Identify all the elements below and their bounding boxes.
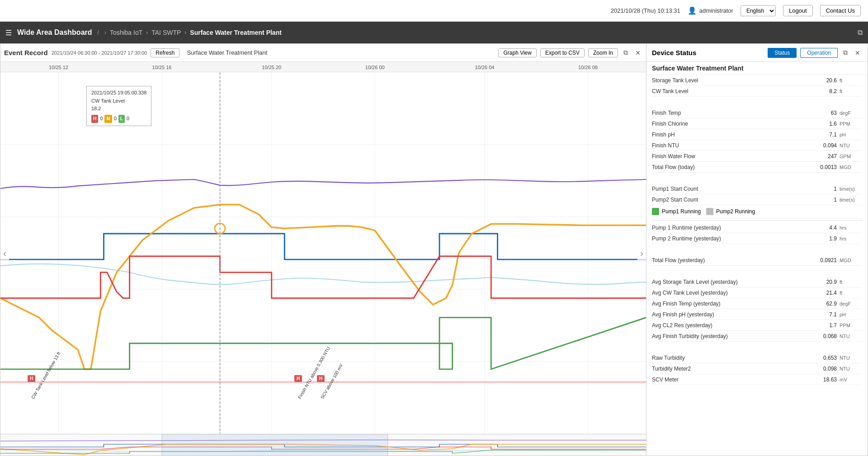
unit-finish-water-flow: GPM (840, 154, 862, 159)
main-layout: Event Record 2021/10/24 06:30:00 - 2021/… (0, 43, 868, 456)
value-pump1-runtime: 4.4 (808, 225, 840, 231)
label-finish-temp: Finish Temp (652, 110, 808, 116)
value-avg-finish-temp: 62.9 (808, 301, 840, 307)
chart-svg (0, 72, 646, 434)
chart-title: Surface Water Treatment Plant (187, 49, 267, 56)
status-table: Storage Tank Level 20.6 ft CW Tank Level… (646, 75, 868, 456)
unit-pump2-start: time(s) (840, 197, 862, 202)
label-avg-finish-turbidity: Avg Finish Turbidity (yesterday) (652, 333, 808, 339)
breadcrumb-swtp[interactable]: Surface Water Treatment Plant (190, 29, 282, 36)
device-maximize-icon[interactable]: ⧉ (841, 48, 849, 57)
pump1-indicator: Pump1 Running (652, 208, 701, 215)
value-scv-meter: 18.63 (808, 376, 840, 383)
contact-button[interactable]: Contact Us (820, 5, 861, 16)
status-tab-button[interactable]: Status (768, 48, 797, 58)
row-pump2-start: Pump2 Start Count 1 time(s) (652, 194, 862, 205)
tick-6: 10/26 08 (578, 65, 598, 70)
label-storage-tank-level: Storage Tank Level (652, 77, 808, 84)
row-finish-temp: Finish Temp 63 degF (652, 108, 862, 118)
label-avg-finish-ph: Avg Finish pH (yesterday) (652, 311, 808, 318)
row-raw-turbidity: Raw Turbidity 0.653 NTU (652, 353, 862, 363)
event-record-date-range: 2021/10/24 06:30:00 - 2021/10/27 17:30:0… (52, 50, 147, 56)
refresh-button[interactable]: Refresh (151, 48, 179, 57)
nav-arrow-3: › (184, 29, 186, 36)
value-storage-tank-level: 20.6 (808, 77, 840, 84)
navbar: ☰ Wide Area Dashboard / › Toshiba IoT › … (0, 22, 868, 43)
user-icon: 👤 (688, 6, 697, 15)
graph-view-button[interactable]: Graph View (498, 48, 536, 57)
maximize-icon[interactable]: ⧉ (622, 48, 630, 57)
device-subtitle: Surface Water Treatment Plant (646, 62, 868, 75)
language-select[interactable]: English (741, 5, 776, 16)
value-avg-finish-ph: 7.1 (808, 311, 840, 318)
device-status-header: Device Status Status Operation ⧉ ✕ (646, 44, 868, 62)
chart-area: 10/25 12 10/25 16 10/25 20 10/26 00 10/2… (0, 62, 646, 456)
tick-1: 10/25 12 (49, 65, 68, 70)
value-finish-chlorine: 1.6 (808, 121, 840, 127)
label-pump1-start: Pump1 Start Count (652, 186, 808, 192)
close-chart-icon[interactable]: ✕ (633, 48, 642, 57)
unit-pump1-runtime: hrs (840, 225, 862, 230)
logout-button[interactable]: Logout (783, 5, 813, 16)
label-turbidity-meter2: Turbidity Meter2 (652, 366, 808, 372)
tick-2: 10/25 16 (152, 65, 172, 70)
label-avg-cl2: Avg CL2 Res (yesterday) (652, 322, 808, 329)
unit-finish-ph: pH (840, 132, 862, 137)
chart-nav-right[interactable]: › (637, 246, 646, 260)
pump1-dot (652, 208, 659, 215)
unit-finish-temp: degF (840, 110, 862, 116)
row-avg-finish-turbidity: Avg Finish Turbidity (yesterday) 0.068 N… (652, 331, 862, 342)
row-pump2-runtime: Pump 2 Runtime (yesterday) 1.9 hrs (652, 233, 862, 244)
operation-tab-button[interactable]: Operation (800, 48, 838, 58)
row-total-flow-today: Total Flow (today) 0.0013 MGD (652, 162, 862, 173)
row-scv-meter: SCV Meter 18.63 mV (652, 374, 862, 385)
unit-turbidity-meter2: NTU (840, 366, 862, 371)
navbar-right: ⧉ (858, 28, 863, 37)
export-csv-button[interactable]: Export to CSV (540, 48, 585, 57)
label-finish-ph: Finish pH (652, 132, 808, 138)
row-storage-tank-level: Storage Tank Level 20.6 ft (652, 75, 862, 86)
unit-avg-cl2: PPM (840, 323, 862, 328)
unit-raw-turbidity: NTU (840, 355, 862, 361)
chart-nav-left[interactable]: ‹ (0, 246, 9, 260)
device-status-title: Device Status (652, 49, 764, 56)
row-finish-ph: Finish pH 7.1 pH (652, 129, 862, 140)
row-total-flow-yesterday: Total Flow (yesterday) 0.0921 MGD (652, 255, 862, 266)
device-close-icon[interactable]: ✕ (853, 48, 862, 57)
label-total-flow-today: Total Flow (today) (652, 164, 808, 170)
menu-icon[interactable]: ☰ (5, 28, 12, 37)
window-icon[interactable]: ⧉ (858, 28, 863, 37)
pump2-indicator: Pump2 Running (706, 208, 755, 215)
tick-3: 10/25 20 (262, 65, 281, 70)
unit-cw-tank-level: ft (840, 89, 862, 94)
username-label: administrator (699, 7, 733, 14)
row-avg-finish-temp: Avg Finish Temp (yesterday) 62.9 degF (652, 298, 862, 309)
separator-1 (652, 220, 862, 221)
value-pump2-start: 1 (808, 197, 840, 203)
label-pump2-start: Pump2 Start Count (652, 197, 808, 203)
label-pump2-runtime: Pump 2 Runtime (yesterday) (652, 235, 808, 242)
value-turbidity-meter2: 0.098 (808, 366, 840, 372)
unit-avg-storage-level: ft (840, 279, 862, 285)
label-cw-tank-level: CW Tank Level (652, 88, 808, 94)
event-record-panel: Event Record 2021/10/24 06:30:00 - 2021/… (0, 43, 646, 456)
unit-pump2-runtime: hrs (840, 236, 862, 241)
row-avg-finish-ph: Avg Finish pH (yesterday) 7.1 pH (652, 309, 862, 320)
minimap-svg (0, 434, 646, 456)
label-raw-turbidity: Raw Turbidity (652, 355, 808, 361)
row-avg-cl2: Avg CL2 Res (yesterday) 1.7 PPM (652, 320, 862, 331)
breadcrumb-tai[interactable]: TAI SWTP (151, 29, 181, 36)
zoom-in-button[interactable]: Zoom In (588, 48, 618, 57)
label-total-flow-yesterday: Total Flow (yesterday) (652, 257, 808, 263)
label-avg-storage-level: Avg Storage Tank Level (yesterday) (652, 279, 808, 285)
row-turbidity-meter2: Turbidity Meter2 0.098 NTU (652, 363, 862, 374)
row-pump1-start: Pump1 Start Count 1 time(s) (652, 183, 862, 194)
breadcrumb-toshiba[interactable]: Toshiba IoT (110, 29, 142, 36)
nav-separator-1: / (98, 29, 99, 36)
minimap[interactable] (0, 434, 646, 456)
row-avg-storage-level: Avg Storage Tank Level (yesterday) 20.9 … (652, 277, 862, 287)
svg-rect-14 (162, 434, 388, 456)
app-title: Wide Area Dashboard (17, 28, 92, 37)
label-finish-water-flow: Finish Water Flow (652, 153, 808, 160)
pump2-running-label: Pump2 Running (716, 208, 755, 215)
